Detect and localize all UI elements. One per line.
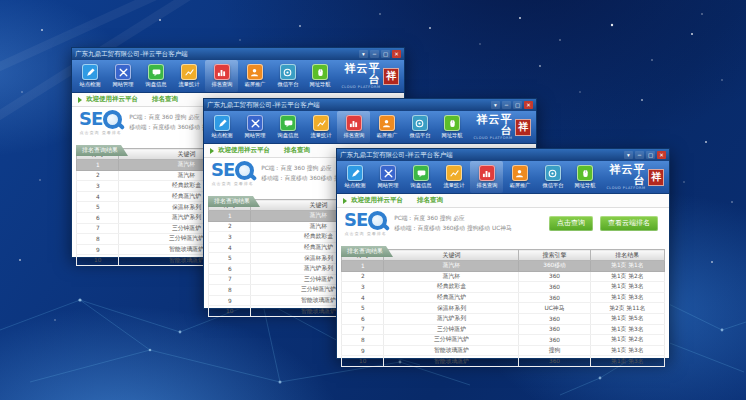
toolbar-item-site-check[interactable]: 站点检测 <box>339 161 372 193</box>
cell-rank: 第1页 第3名 <box>590 282 664 293</box>
cell-no: 1 <box>77 160 119 171</box>
table-row[interactable]: 10智能玻璃蒸炉360第1页 第3名 <box>342 356 665 367</box>
toolbar-item-traffic[interactable]: 流量统计 <box>305 111 338 143</box>
pc-engines-line: PC端：百度 360 搜狗 必应 <box>394 213 512 223</box>
title-bar[interactable]: 广东九鼎工贸有限公司-祥云平台客户端 ▾ ─ ▢ ✕ <box>72 48 404 60</box>
toolbar-item-site-check[interactable]: 站点检测 <box>74 60 107 92</box>
close-button[interactable]: ✕ <box>524 101 533 109</box>
cell-rank: 第1页 第5名 <box>590 313 664 324</box>
tab-ranking-results[interactable]: 排名查询结果 <box>341 246 393 257</box>
pencil-icon <box>214 115 230 131</box>
close-button[interactable]: ✕ <box>392 50 401 58</box>
query-panel: SE 点击查询 查看排名 PC端：百度 360 搜狗 必应 移动端：百度移动 3… <box>337 208 669 238</box>
table-row[interactable]: 9智能玻璃蒸炉搜狗第1页 第3名 <box>342 345 665 356</box>
table-row[interactable]: 7三分钟蒸炉360第1页 第3名 <box>342 324 665 335</box>
brand-name: 祥云平台 <box>602 164 645 186</box>
cell-engine: 搜狗 <box>519 345 590 356</box>
cell-keyword: 蒸汽炉系列 <box>384 313 519 324</box>
cell-keyword: 经典款彩盒 <box>384 282 519 293</box>
toolbar-item-promotion[interactable]: 霸屏推广 <box>503 161 536 193</box>
breadcrumb-welcome: 欢迎使用祥云平台 <box>351 196 403 205</box>
breadcrumb: 欢迎使用祥云平台 排名查询 <box>337 194 669 208</box>
toolbar-item-inquiry[interactable]: 询盘信息 <box>272 111 305 143</box>
cloud-ranking-button[interactable]: 查看云端排名 <box>600 216 658 231</box>
maximize-button[interactable]: ▢ <box>646 151 655 159</box>
skin-button[interactable]: ▾ <box>624 151 633 159</box>
table-row[interactable]: 1蒸汽杯360移动第1页 第1名 <box>342 261 665 272</box>
toolbar-item-ranking[interactable]: 排名查询 <box>470 161 503 193</box>
table-row[interactable]: 5保温杯系列UC神马第2页 第11名 <box>342 303 665 314</box>
cell-rank: 第1页 第2名 <box>590 271 664 282</box>
seo-logo: SE 点击查询 查看排名 <box>211 161 254 186</box>
pencil-icon <box>82 64 98 80</box>
cell-no: 1 <box>342 261 384 272</box>
toolbar-item-site-manage[interactable]: 网站管理 <box>372 161 405 193</box>
breadcrumb-section: 排名查询 <box>417 196 443 205</box>
minimize-button[interactable]: ─ <box>635 151 644 159</box>
seo-logo-text: SE <box>344 211 367 229</box>
toolbar-item-site-manage[interactable]: 网站管理 <box>239 111 272 143</box>
toolbar-item-wechat[interactable]: 微信平台 <box>271 60 304 92</box>
cell-engine: 360 <box>519 313 590 324</box>
header-rank: 排名结果 <box>590 250 664 261</box>
cell-no: 6 <box>77 212 119 223</box>
table-row[interactable]: 6蒸汽炉系列360第1页 第5名 <box>342 313 665 324</box>
tab-ranking-results[interactable]: 排名查询结果 <box>208 196 260 207</box>
cell-engine: 360 <box>519 356 590 367</box>
minimize-button[interactable]: ─ <box>370 50 379 58</box>
query-button[interactable]: 点击查询 <box>549 216 593 231</box>
title-bar[interactable]: 广东九鼎工贸有限公司-祥云平台客户端 ▾ ─ ▢ ✕ <box>204 99 536 111</box>
toolbar-item-inquiry[interactable]: 询盘信息 <box>140 60 173 92</box>
cell-engine: 360 <box>519 271 590 282</box>
toolbar-item-ranking[interactable]: 排名查询 <box>205 60 238 92</box>
table-row[interactable]: 2蒸汽杯360第1页 第2名 <box>342 271 665 282</box>
cell-engine: 360 <box>519 282 590 293</box>
toolbar-item-promotion[interactable]: 霸屏推广 <box>238 60 271 92</box>
skin-button[interactable]: ▾ <box>359 50 368 58</box>
toolbar-item-ranking[interactable]: 排名查询 <box>337 111 370 143</box>
maximize-button[interactable]: ▢ <box>513 101 522 109</box>
maximize-button[interactable]: ▢ <box>381 50 390 58</box>
toolbar-item-wechat[interactable]: 微信平台 <box>403 111 436 143</box>
message-icon <box>413 165 429 181</box>
toolbar-item-wechat[interactable]: 微信平台 <box>536 161 569 193</box>
message-icon <box>280 115 296 131</box>
table-row[interactable]: 3经典款彩盒360第1页 第3名 <box>342 282 665 293</box>
title-bar[interactable]: 广东九鼎工贸有限公司-祥云平台客户端 ▾ ─ ▢ ✕ <box>337 149 669 161</box>
toolbar-item-promotion[interactable]: 霸屏推广 <box>370 111 403 143</box>
minimize-button[interactable]: ─ <box>502 101 511 109</box>
toolbar-item-nav[interactable]: 网址导航 <box>569 161 602 193</box>
toolbar-item-inquiry[interactable]: 询盘信息 <box>405 161 438 193</box>
brand-name: 祥云平台 <box>337 63 380 85</box>
cell-no: 8 <box>342 335 384 346</box>
cell-keyword: 智能玻璃蒸炉 <box>384 356 519 367</box>
mouse-icon <box>577 165 593 181</box>
bar-chart-icon <box>479 165 495 181</box>
close-button[interactable]: ✕ <box>657 151 666 159</box>
cell-no: 7 <box>77 223 119 234</box>
toolbar-item-nav[interactable]: 网址导航 <box>304 60 337 92</box>
cell-rank: 第2页 第11名 <box>590 303 664 314</box>
window-title: 广东九鼎工贸有限公司-祥云平台客户端 <box>340 151 624 160</box>
skin-button[interactable]: ▾ <box>491 101 500 109</box>
cell-no: 5 <box>77 202 119 213</box>
tab-ranking-results[interactable]: 排名查询结果 <box>76 145 128 156</box>
window-controls: ▾ ─ ▢ ✕ <box>624 151 666 159</box>
seo-tagline: 点击查询 查看排名 <box>211 181 253 186</box>
flag-icon <box>78 97 82 103</box>
toolbar-item-traffic[interactable]: 流量统计 <box>438 161 471 193</box>
toolbar-item-site-check[interactable]: 站点检测 <box>206 111 239 143</box>
tools-icon <box>115 64 131 80</box>
table-row[interactable]: 8三分钟蒸汽炉360第1页 第2名 <box>342 335 665 346</box>
toolbar-item-traffic[interactable]: 流量统计 <box>173 60 206 92</box>
cell-no: 2 <box>342 271 384 282</box>
table-body: 1蒸汽杯360移动第1页 第1名2蒸汽杯360第1页 第2名3经典款彩盒360第… <box>342 261 665 367</box>
toolbar-item-site-manage[interactable]: 网站管理 <box>107 60 140 92</box>
cell-keyword: 三分钟蒸炉 <box>384 324 519 335</box>
mobile-engines-line: 移动端：百度移动 360移动 搜狗移动 UC神马 <box>394 223 512 233</box>
user-icon <box>379 115 395 131</box>
toolbar-item-nav[interactable]: 网址导航 <box>436 111 469 143</box>
message-icon <box>148 64 164 80</box>
cell-engine: 360 <box>519 292 590 303</box>
table-row[interactable]: 4经典蒸汽炉360第1页 第3名 <box>342 292 665 303</box>
